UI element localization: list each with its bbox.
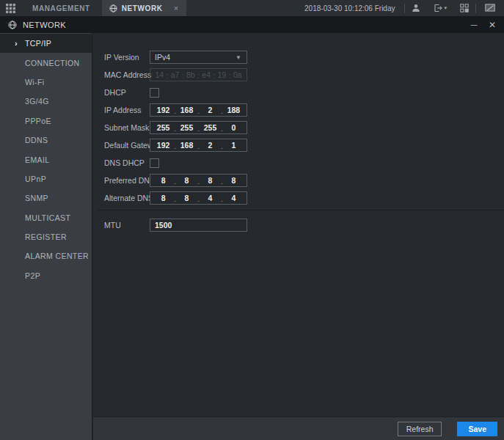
- ip-dot: .: [174, 177, 176, 186]
- minimize-icon[interactable]: —: [470, 21, 478, 29]
- sidebar-item-alarm-center[interactable]: ALARM CENTER: [0, 246, 92, 265]
- mac-address-field: 14 : a7 : 8b : e4 : 19 : 0a: [150, 68, 247, 81]
- sidebar-item-tcpip[interactable]: › TCP/IP: [0, 34, 92, 53]
- display-button[interactable]: [476, 0, 504, 16]
- sidebar-item-label: P2P: [25, 271, 40, 280]
- sidebar-item-connection[interactable]: CONNECTION: [0, 53, 92, 72]
- alternate-dns-field[interactable]: 8 . 8 . 4 . 4: [150, 191, 247, 205]
- dns-dhcp-checkbox[interactable]: [150, 158, 159, 168]
- ip-segment: 168: [176, 141, 197, 150]
- chevron-down-icon: ▾: [444, 5, 447, 11]
- ip-segment: 8: [176, 176, 197, 185]
- user-button[interactable]: [405, 0, 427, 16]
- sidebar-item-label: EMAIL: [25, 155, 50, 164]
- ip-segment: 8: [153, 194, 174, 202]
- ip-segment: 8: [223, 176, 244, 185]
- ip-dot: .: [174, 107, 176, 115]
- tab-network[interactable]: NETWORK ×: [102, 0, 186, 16]
- ip-dot: .: [197, 107, 200, 115]
- tab-management[interactable]: MANAGEMENT: [21, 0, 102, 16]
- topbar-right: 2018-03-30 10:12:06 Friday ▾: [304, 0, 504, 16]
- ip-segment: 8: [176, 194, 197, 202]
- ip-dot: .: [197, 125, 200, 133]
- window-title-bar: NETWORK — ✕: [0, 16, 504, 33]
- apps-grid-icon: [6, 4, 15, 13]
- ip-segment: 4: [200, 194, 221, 202]
- form-row-dhcp: DHCP: [93, 84, 504, 101]
- ip-dot: .: [221, 107, 223, 115]
- refresh-button[interactable]: Refresh: [398, 422, 442, 436]
- mac-separator: :: [167, 72, 169, 80]
- dns-dhcp-label: DNS DHCP: [104, 158, 150, 167]
- sidebar-item-wifi[interactable]: Wi-Fi: [0, 73, 92, 92]
- preferred-dns-label: Preferred DNS: [104, 176, 150, 185]
- tcpip-form: IP Version IPv4 ▼ MAC Address 14 : a7 : …: [93, 33, 504, 234]
- sidebar-item-label: MULTICAST: [25, 213, 70, 222]
- content-panel: IP Version IPv4 ▼ MAC Address 14 : a7 : …: [92, 33, 504, 440]
- preferred-dns-field[interactable]: 8 . 8 . 8 . 8: [150, 174, 247, 187]
- save-button[interactable]: Save: [457, 422, 497, 436]
- mac-segment: 14: [153, 70, 167, 79]
- form-row-ip-version: IP Version IPv4 ▼: [93, 48, 504, 66]
- sidebar-item-pppoe[interactable]: PPPoE: [0, 111, 92, 131]
- sidebar-item-ddns[interactable]: DDNS: [0, 131, 92, 150]
- active-arrow-icon: ›: [15, 39, 18, 48]
- ip-dot: .: [221, 177, 223, 186]
- sidebar-item-label: UPnP: [25, 175, 46, 183]
- ip-segment: 0: [223, 123, 244, 132]
- dhcp-label: DHCP: [104, 88, 150, 97]
- tab-close-icon[interactable]: ×: [174, 4, 179, 12]
- window-controls: — ✕: [470, 21, 496, 29]
- sidebar-item-p2p[interactable]: P2P: [0, 266, 92, 285]
- ip-address-label: IP Address: [104, 106, 150, 114]
- subnet-mask-field[interactable]: 255 . 255 . 255 . 0: [150, 121, 247, 134]
- sidebar-item-register[interactable]: REGISTER: [0, 227, 92, 246]
- ip-dot: .: [174, 125, 176, 133]
- ip-segment: 2: [200, 106, 221, 114]
- form-row-subnet-mask: Subnet Mask 255 . 255 . 255 . 0: [93, 119, 504, 136]
- sidebar-item-3g4g[interactable]: 3G/4G: [0, 92, 92, 111]
- sidebar-item-upnp[interactable]: UPnP: [0, 169, 92, 188]
- mac-segment: 8b: [184, 70, 198, 79]
- mac-segment: 19: [215, 70, 229, 79]
- ip-dot: .: [197, 142, 200, 150]
- default-gateway-label: Default Gateway: [104, 141, 150, 150]
- subnet-mask-label: Subnet Mask: [104, 123, 150, 132]
- close-icon[interactable]: ✕: [489, 21, 496, 29]
- form-row-preferred-dns: Preferred DNS 8 . 8 . 8 . 8: [93, 172, 504, 189]
- sidebar-item-label: Wi-Fi: [25, 78, 45, 87]
- globe-icon: [8, 21, 17, 29]
- mtu-input[interactable]: 1500: [150, 219, 247, 232]
- sidebar: › TCP/IP CONNECTION Wi-Fi 3G/4G PPPoE DD…: [0, 33, 92, 440]
- sidebar-item-label: DDNS: [25, 136, 48, 144]
- tab-network-label: NETWORK: [122, 4, 163, 12]
- ip-segment: 255: [176, 123, 197, 132]
- qr-code-button[interactable]: [453, 0, 475, 16]
- dhcp-checkbox[interactable]: [150, 88, 159, 98]
- default-gateway-field[interactable]: 192 . 168 . 2 . 1: [150, 139, 247, 152]
- ip-segment: 2: [200, 141, 221, 150]
- sidebar-item-email[interactable]: EMAIL: [0, 150, 92, 169]
- ip-version-select[interactable]: IPv4 ▼: [150, 51, 247, 64]
- logout-icon: [434, 4, 442, 12]
- sidebar-item-multicast[interactable]: MULTICAST: [0, 208, 92, 227]
- sidebar-item-label: CONNECTION: [25, 59, 80, 67]
- footer-bar: Refresh Save: [93, 417, 504, 440]
- main-area: › TCP/IP CONNECTION Wi-Fi 3G/4G PPPoE DD…: [0, 33, 504, 440]
- ip-segment: 8: [153, 176, 174, 185]
- ip-address-field[interactable]: 192 . 168 . 2 . 188: [150, 103, 247, 117]
- ip-dot: .: [197, 195, 200, 203]
- logout-button[interactable]: ▾: [427, 0, 453, 16]
- tab-management-label: MANAGEMENT: [32, 4, 90, 12]
- sidebar-item-snmp[interactable]: SNMP: [0, 188, 92, 208]
- apps-grid-button[interactable]: [0, 0, 21, 16]
- mac-segment: a7: [168, 70, 182, 79]
- ip-dot: .: [174, 195, 176, 203]
- form-row-ip-address: IP Address 192 . 168 . 2 . 188: [93, 101, 504, 119]
- mac-separator: :: [197, 72, 200, 80]
- ip-segment: 8: [200, 176, 221, 185]
- ip-dot: .: [221, 195, 223, 203]
- chevron-down-icon: ▼: [235, 54, 246, 61]
- sidebar-item-label: PPPoE: [25, 117, 51, 125]
- form-row-alternate-dns: Alternate DNS 8 . 8 . 4 . 4: [93, 189, 504, 207]
